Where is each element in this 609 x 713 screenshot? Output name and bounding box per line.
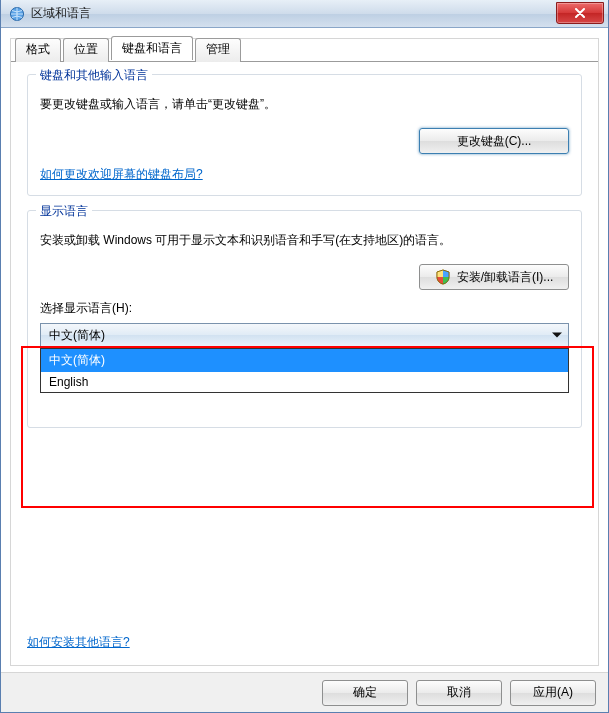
client-area: 格式 位置 键盘和语言 管理 键盘和其他输入语言 要更改键盘或输入语言，请单击“… (10, 38, 599, 666)
group-keyboard-input: 键盘和其他输入语言 要更改键盘或输入语言，请单击“更改键盘”。 更改键盘(C).… (27, 74, 582, 196)
tab-location[interactable]: 位置 (63, 38, 109, 62)
tab-strip: 格式 位置 键盘和语言 管理 (15, 38, 243, 62)
display-language-dropdown-list: 中文(简体) English (40, 348, 569, 393)
group-display-legend: 显示语言 (36, 203, 92, 220)
display-language-dropdown[interactable]: 中文(简体) 中文(简体) English (40, 323, 569, 347)
window-title: 区域和语言 (31, 5, 91, 22)
install-uninstall-language-button[interactable]: 安装/卸载语言(I)... (419, 264, 569, 290)
dialog-footer: 确定 取消 应用(A) (1, 672, 608, 712)
globe-icon (9, 6, 25, 22)
select-display-language-label: 选择显示语言(H): (40, 300, 569, 317)
tab-keyboard-language[interactable]: 键盘和语言 (111, 36, 193, 60)
install-other-languages-help-link[interactable]: 如何安装其他语言? (27, 634, 130, 651)
apply-button[interactable]: 应用(A) (510, 680, 596, 706)
tab-format[interactable]: 格式 (15, 38, 61, 62)
cancel-button[interactable]: 取消 (416, 680, 502, 706)
group-display-desc: 安装或卸载 Windows 可用于显示文本和识别语音和手写(在支持地区)的语言。 (40, 231, 569, 250)
group-keyboard-desc: 要更改键盘或输入语言，请单击“更改键盘”。 (40, 95, 569, 114)
install-uninstall-label: 安装/卸载语言(I)... (457, 269, 554, 286)
dialog-region-language: 区域和语言 格式 位置 键盘和语言 管理 键盘和其他输入语言 要更改键盘或输入语… (0, 0, 609, 713)
keyboard-layout-help-link[interactable]: 如何更改欢迎屏幕的键盘布局? (40, 167, 203, 181)
dropdown-option-english[interactable]: English (41, 372, 568, 392)
group-display-language: 显示语言 安装或卸载 Windows 可用于显示文本和识别语音和手写(在支持地区… (27, 210, 582, 428)
change-keyboard-button[interactable]: 更改键盘(C)... (419, 128, 569, 154)
group-keyboard-legend: 键盘和其他输入语言 (36, 67, 152, 84)
close-button[interactable] (556, 2, 604, 24)
chevron-down-icon (552, 333, 562, 338)
dropdown-selected-value: 中文(简体) (49, 327, 105, 344)
shield-icon (435, 269, 451, 285)
dropdown-option-zh-simplified[interactable]: 中文(简体) (41, 349, 568, 372)
ok-button[interactable]: 确定 (322, 680, 408, 706)
tab-page-keyboard-language: 键盘和其他输入语言 要更改键盘或输入语言，请单击“更改键盘”。 更改键盘(C).… (11, 61, 598, 665)
title-bar: 区域和语言 (1, 0, 608, 28)
tab-admin[interactable]: 管理 (195, 38, 241, 62)
